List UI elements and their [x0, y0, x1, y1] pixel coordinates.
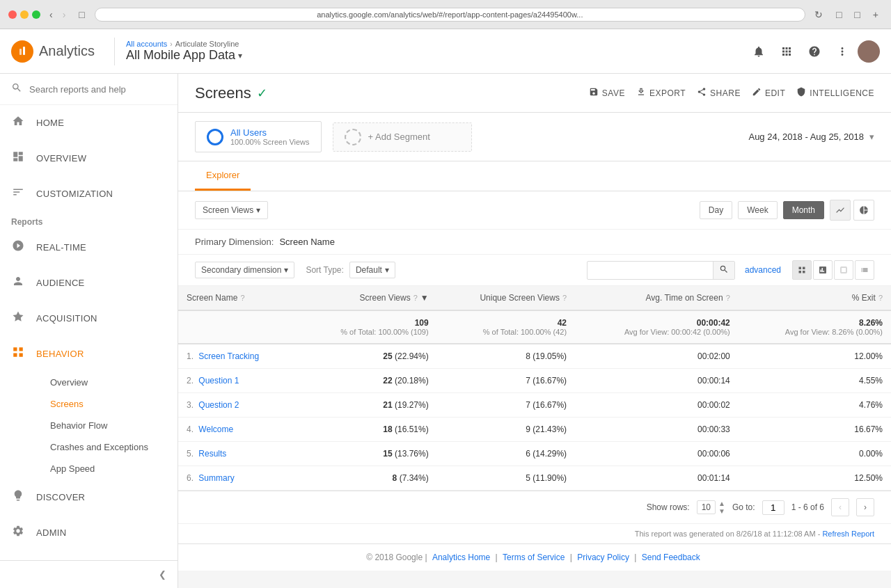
edit-button[interactable]: EDIT	[752, 87, 785, 99]
reload-button[interactable]: ↻	[811, 8, 826, 22]
screen-name-link[interactable]: Question 2	[198, 400, 239, 410]
breadcrumb-property: Articulate Storyline	[175, 40, 239, 48]
share-browser-button[interactable]: □	[832, 8, 846, 22]
sidebar-item-overview[interactable]: OVERVIEW	[0, 141, 178, 176]
pivot-view-button[interactable]	[834, 260, 853, 280]
analytics-home-link[interactable]: Analytics Home	[432, 553, 490, 562]
comparison-view-button[interactable]	[855, 260, 874, 280]
sidebar-item-audience[interactable]: AUDIENCE	[0, 265, 178, 301]
rows-arrow-icon[interactable]: ▲▼	[718, 500, 725, 515]
th-screen-name[interactable]: Screen Name ?	[178, 286, 297, 310]
minimize-button[interactable]	[20, 10, 29, 19]
sidebar-item-home[interactable]: HOME	[0, 105, 178, 141]
svg-rect-7	[19, 353, 23, 357]
secondary-dimension-dropdown[interactable]: Secondary dimension ▾	[195, 262, 294, 278]
screen-name-help-icon[interactable]: ?	[240, 294, 244, 302]
header-icons	[746, 39, 880, 64]
th-pct-exit[interactable]: % Exit ?	[739, 286, 891, 310]
sidebar-item-admin[interactable]: ADMIN	[0, 515, 178, 550]
fullscreen-button[interactable]: □	[850, 8, 864, 22]
sidebar-item-behavior-overview[interactable]: Overview	[39, 372, 178, 393]
feedback-link[interactable]: Send Feedback	[642, 553, 700, 562]
screen-name-cell: 1. Screen Tracking	[178, 344, 297, 369]
sidebar-item-crashes-exceptions[interactable]: Crashes and Exceptions	[39, 436, 178, 458]
screen-name-link[interactable]: Summary	[198, 473, 234, 483]
sidebar-item-acquisition[interactable]: ACQUISITION	[0, 301, 178, 336]
goto-input[interactable]	[762, 500, 784, 515]
apps-button[interactable]	[774, 39, 799, 64]
month-button[interactable]: Month	[783, 201, 824, 219]
save-button[interactable]: SAVE	[589, 87, 625, 99]
date-range-selector[interactable]: Aug 24, 2018 - Aug 25, 2018 ▾	[748, 132, 874, 142]
refresh-report-link[interactable]: Refresh Report	[822, 530, 874, 538]
all-accounts-link[interactable]: All accounts	[126, 40, 167, 48]
maximize-button[interactable]	[32, 10, 40, 19]
row-number: 4.	[187, 424, 194, 434]
avg-time-help-icon[interactable]: ?	[726, 294, 730, 302]
tab-explorer[interactable]: Explorer	[195, 161, 251, 191]
sidebar-item-app-speed[interactable]: App Speed	[39, 458, 178, 479]
privacy-link[interactable]: Privacy Policy	[577, 553, 629, 562]
sidebar-item-behavior-flow[interactable]: Behavior Flow	[39, 415, 178, 436]
admin-icon	[11, 525, 25, 541]
pct-exit-help-icon[interactable]: ?	[878, 294, 883, 302]
sidebar-item-realtime[interactable]: REAL-TIME	[0, 230, 178, 265]
notifications-button[interactable]	[746, 39, 771, 64]
intelligence-button[interactable]: INTELLIGENCE	[796, 87, 874, 99]
svg-rect-4	[13, 347, 17, 351]
close-button[interactable]	[8, 10, 17, 19]
add-segment-button[interactable]: + Add Segment	[333, 122, 472, 152]
th-avg-time[interactable]: Avg. Time on Screen ?	[575, 286, 739, 310]
property-selector[interactable]: All Mobile App Data ▾	[126, 48, 242, 63]
metric-selector[interactable]: Screen Views ▾	[195, 201, 268, 219]
sidebar-item-screens[interactable]: Screens	[39, 393, 178, 415]
advanced-link[interactable]: advanced	[745, 265, 781, 275]
forward-button[interactable]: ›	[59, 8, 70, 22]
export-button[interactable]: EXPORT	[636, 87, 686, 99]
collapse-button[interactable]: ❮	[0, 561, 178, 588]
line-chart-button[interactable]	[830, 200, 851, 221]
sort-dropdown[interactable]: Default ▾	[349, 262, 395, 278]
screen-name-link[interactable]: Screen Tracking	[198, 351, 259, 361]
avatar[interactable]	[858, 40, 880, 63]
unique-views-cell: 8 (19.05%)	[437, 344, 575, 369]
share-button[interactable]: SHARE	[697, 87, 741, 99]
extension-button[interactable]: +	[869, 8, 883, 22]
screen-views-cell: 15 (13.76%)	[297, 442, 437, 466]
acquisition-label: ACQUISITION	[36, 313, 97, 324]
unique-views-help-icon[interactable]: ?	[562, 294, 567, 302]
th-unique-screen-views[interactable]: Unique Screen Views ?	[437, 286, 575, 310]
search-box	[0, 74, 178, 105]
help-button[interactable]	[802, 39, 827, 64]
sidebar-item-customization[interactable]: CUSTOMIZATION	[0, 176, 178, 212]
terms-link[interactable]: Terms of Service	[503, 553, 565, 562]
search-input[interactable]	[29, 84, 166, 95]
sidebar-item-behavior[interactable]: BEHAVIOR	[0, 336, 178, 372]
screen-name-link[interactable]: Welcome	[198, 424, 233, 434]
window-button[interactable]: □	[74, 8, 88, 22]
day-button[interactable]: Day	[700, 201, 732, 219]
grid-view-button[interactable]	[792, 260, 812, 280]
back-button[interactable]: ‹	[46, 8, 56, 22]
screen-views-help-icon[interactable]: ?	[413, 294, 418, 302]
primary-dim-value: Screen Name	[279, 237, 334, 247]
screen-name-link[interactable]: Results	[198, 449, 226, 459]
rows-select[interactable]: 10 ▲▼	[697, 500, 725, 515]
screen-name-link[interactable]: Question 1	[198, 376, 239, 386]
segment-sub: 100.00% Screen Views	[230, 138, 310, 146]
goto-label: Go to:	[732, 502, 755, 512]
th-screen-views[interactable]: Screen Views ? ▼	[297, 286, 437, 310]
more-button[interactable]	[830, 39, 855, 64]
home-label: HOME	[36, 118, 64, 128]
sidebar-item-discover[interactable]: DISCOVER	[0, 479, 178, 515]
pie-chart-button[interactable]	[853, 200, 874, 221]
table-search-input[interactable]	[588, 262, 713, 278]
next-page-button[interactable]: ›	[856, 498, 874, 516]
table-search-button[interactable]	[713, 262, 734, 279]
week-button[interactable]: Week	[738, 201, 777, 219]
time-button-group: Day Week Month	[700, 201, 824, 219]
address-bar[interactable]: analytics.google.com/analytics/web/#/rep…	[95, 8, 805, 22]
svg-rect-2	[23, 47, 25, 55]
prev-page-button[interactable]: ‹	[831, 498, 849, 516]
bar-view-button[interactable]	[813, 260, 833, 280]
